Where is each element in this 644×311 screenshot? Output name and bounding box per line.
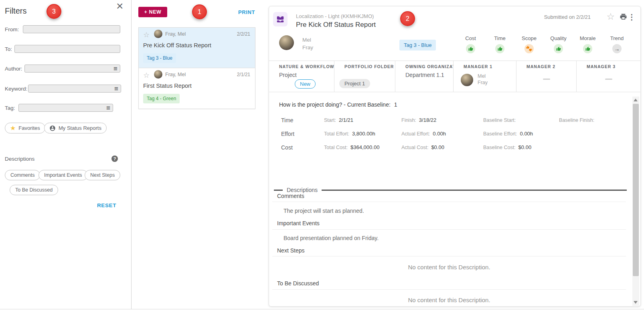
next-steps-empty-message: No content for this Description.	[272, 264, 626, 271]
manager-avatar	[461, 74, 473, 86]
reset-link[interactable]: RESET	[97, 202, 116, 208]
tag-menu-icon[interactable]: ≡	[106, 105, 110, 111]
thumb-up-icon	[495, 44, 504, 53]
star-icon: ★	[10, 125, 16, 131]
submitted-date: Submitted on 2/2/21	[544, 14, 591, 20]
health-morale: Morale	[573, 35, 602, 53]
my-status-reports-button[interactable]: My Status Reports	[44, 123, 107, 133]
favorites-label: Favorites	[18, 125, 40, 131]
report-date: 2/2/21	[237, 31, 250, 37]
star-icon[interactable]: ☆	[143, 71, 150, 80]
descriptions-divider: Descriptions	[274, 187, 627, 193]
current-baseline-value: 1	[394, 101, 397, 108]
thumb-up-icon	[554, 44, 563, 53]
comments-body: The project will start as planned.	[284, 208, 364, 214]
manager3-column: MANAGER 3	[577, 61, 640, 92]
my-status-reports-label: My Status Reports	[59, 125, 101, 131]
vertical-scrollbar[interactable]	[632, 97, 639, 306]
comments-heading: Comments	[277, 193, 304, 199]
tag-label: Tag:	[5, 105, 15, 111]
author-menu-icon[interactable]: ≡	[113, 65, 117, 72]
manager1-column: MANAGER 1 Mel Fray	[454, 61, 516, 92]
window-bottom-edge	[0, 309, 644, 309]
author-name: Mel Fray	[302, 36, 313, 51]
author-input[interactable]	[24, 65, 120, 73]
portfolio-chip: Project 1	[339, 79, 370, 88]
more-options-icon[interactable]: ⋮	[628, 12, 636, 22]
report-tag-badge: Tag 3 - Blue	[143, 53, 176, 63]
filters-panel: Filters × From: To: Author: ≡ Keyword: ≡…	[0, 0, 132, 309]
status-report-list: ☆ Fray, Mel 2/2/21 Pre Kick Off Status R…	[138, 27, 255, 109]
author-last-name: Fray	[302, 44, 313, 51]
favorites-button[interactable]: ★ Favorites	[5, 123, 45, 133]
to-label: To:	[5, 46, 12, 52]
empty-value-dash	[543, 79, 550, 80]
help-icon[interactable]: ?	[111, 156, 118, 162]
keyword-label: Keyword:	[5, 86, 27, 92]
person-icon	[49, 125, 56, 131]
detail-tag-badge: Tag 3 - Blue	[399, 40, 436, 50]
favorite-star-icon[interactable]: ☆	[606, 11, 615, 22]
scroll-up-arrow[interactable]	[634, 99, 638, 101]
health-quality: Quality	[544, 35, 573, 53]
chip-next-steps[interactable]: Next Steps	[85, 170, 120, 180]
author-first-name: Mel	[302, 36, 313, 44]
report-list-item-selected[interactable]: ☆ Fray, Mel 2/2/21 Pre Kick Off Status R…	[139, 28, 255, 68]
manager2-column: MANAGER 2	[516, 61, 577, 92]
report-title: First Status Report	[143, 83, 192, 89]
report-author: Fray, Mel	[165, 72, 186, 77]
manager-name: Mel Fray	[478, 73, 488, 86]
keyword-input[interactable]	[28, 85, 121, 93]
thumbs-mixed-icon	[525, 44, 534, 53]
report-list-item[interactable]: ☆ Fray, Mel 2/1/21 First Status Report T…	[139, 68, 255, 109]
print-icon[interactable]	[620, 13, 627, 22]
empty-value-dash	[605, 79, 612, 80]
to-be-discussed-heading: To Be Discussed	[277, 280, 319, 287]
close-icon[interactable]: ×	[116, 0, 124, 13]
thumb-up-icon	[466, 44, 475, 53]
report-tag-badge: Tag 4 - Green	[143, 94, 180, 103]
to-input[interactable]	[14, 45, 120, 53]
owning-organization-column: OWNING ORGANIZATION Department 1.1	[395, 61, 454, 92]
health-time: Time	[485, 35, 514, 53]
annotation-badge-2: 2	[400, 11, 415, 26]
workflow-state-button[interactable]: New	[295, 79, 316, 89]
cost-row: Cost Total Cost:$364,000.00 Actual Cost:…	[269, 144, 640, 151]
important-events-body: Board presentation planned on Friday.	[284, 235, 379, 241]
tag-input[interactable]	[18, 104, 113, 112]
thumb-up-icon	[583, 44, 592, 53]
star-icon[interactable]: ☆	[143, 30, 150, 39]
author-avatar	[279, 35, 294, 50]
scrollbar-thumb[interactable]	[633, 104, 639, 276]
chip-important-events[interactable]: Important Events	[38, 170, 88, 180]
health-cost: Cost	[456, 35, 485, 53]
report-title: Pre Kick Off Status Report	[143, 42, 211, 48]
from-input[interactable]	[23, 25, 120, 33]
project-summary-heading: How is the project doing? - Current Base…	[279, 101, 397, 108]
print-link[interactable]: PRINT	[238, 9, 255, 15]
author-label: Author:	[5, 66, 22, 72]
chip-comments[interactable]: Comments	[5, 170, 40, 180]
avatar	[154, 30, 162, 38]
project-name-label: Localization - Light (KKMHKJMO)	[296, 13, 374, 19]
new-report-button[interactable]: + NEW	[138, 7, 167, 17]
important-events-heading: Important Events	[277, 220, 320, 226]
status-report-detail: Localization - Light (KKMHKJMO) Pre Kick…	[269, 6, 641, 307]
next-steps-heading: Next Steps	[277, 247, 304, 254]
trend-arrow-icon: →	[612, 44, 622, 53]
project-info-table: NATURE & WORKFLOW Project New PORTFOLIO …	[269, 61, 640, 92]
effort-row: Effort Total Effort:3,800.00h Actual Eff…	[269, 131, 640, 137]
annotation-badge-3: 3	[47, 4, 61, 19]
from-label: From:	[5, 26, 19, 32]
filters-title: Filters	[5, 6, 26, 16]
health-trend: Trend →	[602, 35, 632, 53]
project-icon	[273, 12, 288, 26]
chip-to-be-discussed[interactable]: To Be Discussed	[10, 185, 58, 195]
portfolio-folder-column: PORTFOLIO FOLDER & TY Project 1	[334, 61, 395, 92]
to-be-discussed-empty-message: No content for this Description.	[272, 297, 626, 303]
report-author: Fray, Mel	[165, 31, 186, 37]
report-date: 2/1/21	[237, 72, 250, 77]
scroll-down-arrow[interactable]	[634, 301, 638, 304]
health-scope: Scope	[514, 35, 544, 53]
keyword-menu-icon[interactable]: ≡	[114, 85, 118, 92]
